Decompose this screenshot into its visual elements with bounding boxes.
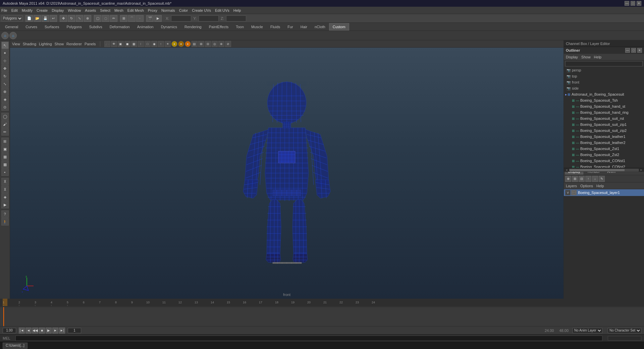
outliner-item-leather2[interactable]: ⊠ — Boeing_Spacesuit_leather2 — [564, 140, 644, 146]
outliner-search-input[interactable] — [565, 61, 643, 66]
outliner-item-suit-rst[interactable]: ⊠ — Boeing_Spacesuit_suit_rst — [564, 115, 644, 121]
minimize-button[interactable]: — — [625, 1, 629, 6]
outliner-item-zst1[interactable]: ⊠ — Boeing_Spacesuit_Zst1 — [564, 146, 644, 152]
universal-manip[interactable]: ⊕ — [1, 88, 9, 95]
vp-smooth[interactable]: ◼ — [124, 41, 130, 47]
menu-assets[interactable]: Assets — [85, 8, 96, 12]
show-manip[interactable]: ⊙ — [1, 103, 9, 111]
toolbar-lasso[interactable]: ◌ — [102, 15, 109, 22]
viewport-menu-panels[interactable]: Panels — [85, 42, 96, 46]
outliner-scroll-right[interactable]: ► — [640, 168, 643, 171]
layer-tool-1[interactable]: ⊕ — [565, 176, 571, 182]
outliner-item-zst2[interactable]: ⊠ — Boeing_Spacesuit_Zst2 — [564, 152, 644, 158]
outliner-item-hand-st[interactable]: ⊠ — Boeing_Spacesuit_hand_st — [564, 103, 644, 109]
menu-file[interactable]: File — [1, 8, 7, 12]
layout-side[interactable]: ▪ — [1, 168, 9, 176]
menu-window[interactable]: Window — [68, 8, 81, 12]
toolbar-new[interactable]: 📄 — [25, 15, 33, 22]
vp-grid[interactable]: ⊞ — [198, 41, 204, 47]
outliner-maximize[interactable]: □ — [631, 48, 636, 53]
tab-painteffects[interactable]: PaintEffects — [205, 23, 232, 31]
outliner-item-leather1[interactable]: ⊠ — Boeing_Spacesuit_leather1 — [564, 134, 644, 140]
outliner-item-front[interactable]: 📷 front — [564, 79, 644, 85]
outliner-scroll-left[interactable]: ◄ — [565, 168, 568, 171]
menu-edit[interactable]: Edit — [11, 8, 18, 12]
vp-wire-on-shade[interactable]: ▦ — [131, 41, 137, 47]
soft-manip[interactable]: ◈ — [1, 96, 9, 103]
move-tool[interactable]: ✥ — [1, 65, 9, 72]
play-back-button[interactable]: ◀◀ — [32, 328, 38, 334]
menu-create-uvs[interactable]: Create UVs — [192, 8, 211, 12]
layer-tool-5[interactable]: ↓ — [592, 176, 598, 182]
home-button2[interactable]: ⌂ — [9, 32, 17, 39]
outliner-close[interactable]: ✕ — [637, 48, 642, 53]
tab-dynamics[interactable]: Dynamics — [157, 23, 181, 31]
vp-smooth2[interactable]: ◉ — [151, 41, 157, 47]
window-controls[interactable]: — □ ✕ — [625, 1, 641, 6]
menu-edit-mesh[interactable]: Edit Mesh — [127, 8, 144, 12]
vp-wireframe[interactable]: ▣ — [118, 41, 124, 47]
toolbar-snap-curve[interactable]: ⌒ — [128, 15, 136, 22]
outliner-item-side[interactable]: 📷 side — [564, 85, 644, 91]
tab-general[interactable]: General — [1, 23, 22, 31]
viewport-menu-lighting[interactable]: Lighting — [39, 42, 52, 46]
vp-light2[interactable]: ● — [178, 41, 184, 47]
outliner-item-const2[interactable]: ⊠ — Boeing_Spacesuit_CONst2 — [564, 164, 644, 168]
translate-z-input[interactable] — [226, 15, 246, 21]
mode-selector[interactable]: Polygons — [1, 15, 23, 21]
vp-pts[interactable]: ⁝ — [138, 41, 144, 47]
outliner-minimize[interactable]: — — [625, 48, 630, 53]
render-view[interactable]: ▶ — [1, 201, 9, 208]
walk-tool[interactable]: 🚶 — [1, 218, 9, 226]
outliner-item-persp[interactable]: 📷 persp — [564, 67, 644, 73]
menu-normals[interactable]: Normals — [161, 8, 175, 12]
paint-tool[interactable]: 🖌 — [1, 120, 9, 128]
toolbar-snap-grid[interactable]: ⊞ — [120, 15, 127, 22]
menu-select[interactable]: Select — [100, 8, 110, 12]
current-frame-input[interactable] — [68, 328, 81, 333]
scale-tool[interactable]: ⤡ — [1, 80, 9, 88]
vp-light3[interactable]: ● — [185, 41, 191, 47]
menu-modify[interactable]: Modify — [22, 8, 33, 12]
layout-4-views[interactable]: ⊞ — [1, 138, 9, 145]
outliner-item-suit-zip2[interactable]: ⊠ — Boeing_Spacesuit_suit_zip2 — [564, 128, 644, 134]
viewport-menu-renderer[interactable]: Renderer — [66, 42, 82, 46]
vp-resolution[interactable]: ▤ — [192, 41, 198, 47]
step-back-button[interactable]: ◄ — [25, 328, 32, 334]
step-forward-button[interactable]: ► — [52, 328, 58, 334]
home-button[interactable]: ⌂ — [1, 32, 9, 39]
lasso-tool[interactable]: ⊹ — [1, 57, 9, 64]
toolbar-save[interactable]: 💾 — [42, 15, 49, 22]
taskbar-maya-item[interactable]: C:\Users\[...] — [3, 343, 28, 349]
dope-sheet[interactable]: ⊻ — [1, 186, 9, 193]
toolbar-undo[interactable]: ↩ — [50, 15, 57, 22]
toolbar-scale[interactable]: ⤡ — [76, 15, 83, 22]
graph-editor[interactable]: ⊼ — [1, 178, 9, 185]
layer-tool-3[interactable]: ⊟ — [579, 176, 585, 182]
vp-light1[interactable]: ● — [171, 41, 177, 47]
layer-menu-help[interactable]: Help — [596, 184, 604, 188]
vp-hide[interactable]: 👁 — [111, 41, 117, 47]
tab-muscle[interactable]: Muscle — [248, 23, 267, 31]
tab-ncloth[interactable]: nCloth — [311, 23, 329, 31]
sculpt-tool[interactable]: ◯ — [1, 113, 9, 120]
outliner-menu-help[interactable]: Help — [594, 55, 602, 59]
viewport-menu-shading[interactable]: Shading — [23, 42, 36, 46]
timeline-track[interactable] — [0, 307, 644, 326]
toolbar-move[interactable]: ✥ — [60, 15, 67, 22]
vp-hud[interactable]: ⊟ — [205, 41, 211, 47]
tab-rendering[interactable]: Rendering — [181, 23, 205, 31]
translate-x-input[interactable] — [171, 15, 191, 21]
anim-layer-select[interactable]: No Anim Layer — [573, 328, 602, 333]
outliner-item-hand-ring[interactable]: ⊠ — Boeing_Spacesuit_hand_ring — [564, 109, 644, 115]
hypershade[interactable]: ◈ — [1, 193, 9, 201]
tab-custom[interactable]: Custom — [329, 23, 349, 31]
translate-y-input[interactable] — [199, 15, 219, 21]
menu-help[interactable]: Help — [233, 8, 241, 12]
quick-help[interactable]: ? — [1, 210, 9, 218]
outliner-item-top[interactable]: 📷 top — [564, 73, 644, 79]
vp-xray[interactable]: ⊗ — [218, 41, 224, 47]
tab-polygons[interactable]: Polygons — [63, 23, 85, 31]
channel-box-tab[interactable]: Channel Box / Layer Editor — [566, 42, 610, 46]
character-set-select[interactable]: No Character Set — [608, 328, 641, 333]
